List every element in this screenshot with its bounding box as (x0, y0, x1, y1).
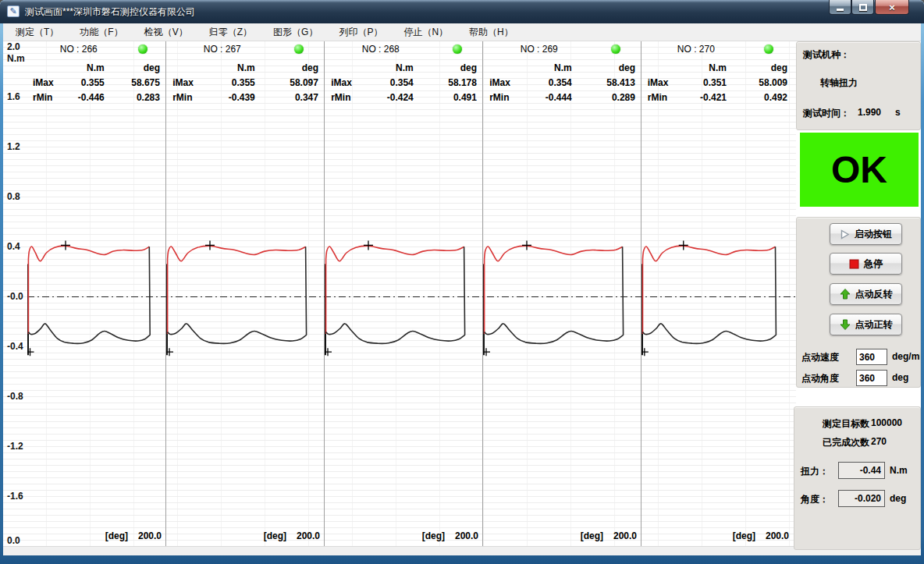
y-tick: -1.6 (7, 491, 23, 502)
title-bar: ✎ 测试画面***深圳市磐石测控仪器有限公司 × (0, 0, 924, 23)
client-area: 2.0N.m1.61.20.80.4-0.0-0.4-0.8-1.2-1.60.… (3, 41, 921, 546)
status-led-icon (764, 44, 773, 54)
test-panel-266: NO : 266 N.mdeg iMax0.35558.675 rMin-0.4… (27, 41, 165, 546)
imax-nm: 0.355 (68, 77, 109, 88)
rmin-nm: -0.446 (68, 92, 109, 103)
window-body: 测定（T） 功能（F） 检视（V） 归零（Z） 图形（G） 列印（P） 停止（N… (3, 23, 921, 555)
emergency-stop-button[interactable]: 急停 (830, 253, 902, 275)
play-icon (840, 229, 850, 239)
rmin-deg: 0.283 (110, 92, 165, 103)
x-max-label: 200.0 (297, 530, 320, 541)
status-led-icon (294, 44, 304, 54)
result-status-badge: OK (800, 133, 919, 207)
test-panel-269: NO : 269 N.mdeg iMax0.35458.413 rMin-0.4… (482, 41, 641, 546)
status-led-icon (611, 44, 620, 54)
close-icon: × (889, 2, 895, 13)
jog-reverse-button[interactable]: 点动反转 (830, 283, 902, 305)
rmin-label: rMin (27, 92, 68, 103)
imax-nm: 0.351 (687, 77, 733, 88)
cycle-number: NO : 269 (521, 44, 558, 55)
hysteresis-curve (483, 230, 639, 363)
statistics-box: 测定目标数 100000 已完成次数 270 扭力： N.m 角度： deg (794, 406, 921, 550)
y-tick: 0.8 (7, 191, 20, 202)
maximize-button[interactable] (851, 0, 874, 15)
minimize-icon (837, 9, 844, 11)
x-max-label: 200.0 (766, 530, 789, 541)
jog-speed-unit: deg/min (892, 351, 921, 362)
menu-help[interactable]: 帮助（H） (461, 23, 521, 41)
menu-view[interactable]: 检视（V） (137, 23, 196, 41)
test-time-unit: s (895, 107, 901, 118)
imax-label: iMax (482, 77, 530, 88)
x-max-label: 200.0 (455, 530, 478, 541)
completed-count-label: 已完成次数 (823, 436, 869, 449)
rmin-label: rMin (165, 92, 213, 103)
menu-function[interactable]: 功能（F） (72, 23, 130, 41)
y-tick: 0.0 (7, 535, 20, 546)
angle-label: 角度： (801, 493, 829, 506)
minimize-button[interactable] (829, 0, 851, 15)
torque-unit: N.m (890, 465, 908, 476)
rmin-nm: -0.424 (371, 92, 419, 103)
y-tick: -1.2 (7, 441, 23, 452)
angle-readout[interactable] (838, 490, 885, 507)
hysteresis-curve (325, 230, 481, 363)
y-tick: 1.6 (7, 91, 20, 102)
y-tick: -0.8 (7, 391, 23, 402)
x-unit-label: [deg] (105, 530, 128, 541)
test-time-value: 1.990 (858, 107, 881, 118)
imax-label: iMax (27, 77, 68, 88)
machine-info-box: 测试机种： 转轴扭力 测试时间： 1.990 s (796, 41, 921, 130)
y-tick: 1.2 (7, 141, 20, 152)
col-nm: N.m (530, 62, 578, 73)
test-panel-267: NO : 267 N.mdeg iMax0.35558.097 rMin-0.4… (165, 41, 324, 546)
imax-nm: 0.354 (530, 77, 578, 88)
y-tick: 0.4 (7, 241, 20, 252)
hysteresis-curve (27, 230, 164, 363)
rmin-deg: 0.491 (419, 92, 482, 103)
menu-print[interactable]: 列印（P） (331, 23, 390, 41)
machine-type-value: 转轴扭力 (820, 76, 858, 90)
torque-readout[interactable] (838, 462, 885, 479)
imax-nm: 0.355 (213, 77, 261, 88)
rmin-label: rMin (324, 92, 371, 103)
menu-stop[interactable]: 停止（N） (396, 23, 456, 41)
imax-deg: 58.178 (419, 77, 482, 88)
app-icon: ✎ (7, 5, 20, 17)
test-time-label: 测试时间： (803, 107, 850, 120)
col-deg: deg (110, 62, 165, 73)
jog-speed-label: 点动速度 (801, 351, 839, 364)
stop-icon (849, 259, 859, 269)
menu-zero[interactable]: 归零（Z） (201, 23, 260, 41)
rmin-label: rMin (482, 92, 530, 103)
window-title: 测试画面***深圳市磐石测控仪器有限公司 (25, 5, 195, 19)
rmin-nm: -0.439 (213, 92, 261, 103)
x-max-label: 200.0 (138, 530, 162, 541)
control-box: 启动按钮 急停 点动反转 点动正转 点动速度 deg/min (796, 217, 921, 388)
torque-label: 扭力： (801, 465, 829, 478)
jog-angle-input[interactable] (856, 370, 887, 386)
jog-speed-input[interactable] (856, 349, 887, 365)
bottom-strip (3, 546, 921, 555)
start-button[interactable]: 启动按钮 (830, 223, 902, 245)
y-tick: -0.4 (7, 341, 23, 352)
imax-deg: 58.413 (578, 77, 641, 88)
cycle-number: NO : 268 (362, 44, 400, 55)
jog-angle-unit: deg (892, 372, 908, 383)
menu-measure[interactable]: 测定（T） (8, 23, 66, 41)
hysteresis-curve (641, 230, 791, 363)
rmin-label: rMin (641, 92, 687, 103)
jog-forward-button[interactable]: 点动正转 (830, 314, 902, 335)
rmin-deg: 0.347 (261, 92, 324, 103)
imax-deg: 58.097 (261, 77, 324, 88)
x-unit-label: [deg] (581, 530, 603, 541)
imax-nm: 0.354 (371, 77, 419, 88)
x-unit-label: [deg] (733, 530, 755, 541)
imax-deg: 58.675 (110, 77, 165, 88)
menu-graph[interactable]: 图形（G） (265, 23, 325, 41)
cycle-number: NO : 270 (677, 44, 715, 55)
col-deg: deg (732, 62, 793, 73)
y-tick: -0.0 (7, 291, 23, 302)
close-button[interactable]: × (875, 0, 909, 15)
x-unit-label: [deg] (422, 530, 445, 541)
